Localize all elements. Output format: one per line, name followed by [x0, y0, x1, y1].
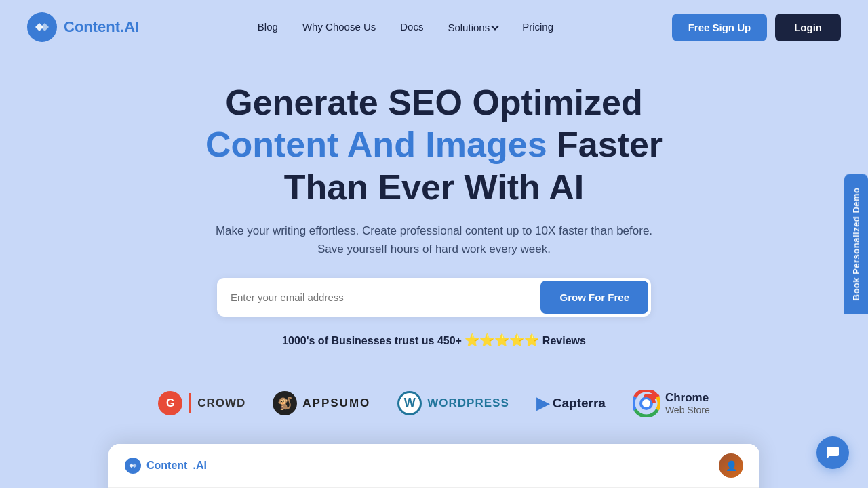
capterra-icon: ▶: [536, 394, 549, 413]
email-input[interactable]: [217, 278, 538, 317]
nav-solutions[interactable]: Solutions: [448, 22, 498, 33]
nav-why-choose-us[interactable]: Why Choose Us: [302, 21, 376, 33]
nav-links: Blog Why Choose Us Docs Solutions Pricin…: [258, 21, 553, 33]
dashboard-logo-icon: [125, 458, 141, 474]
wordpress-icon: W: [397, 391, 422, 415]
chrome-icon: [633, 390, 660, 417]
g2-divider: [189, 393, 191, 413]
hero-headline: Generate SEO Optimized Content And Image…: [163, 81, 705, 208]
dashboard-header: Content.AI 👤: [108, 444, 760, 488]
appsumo-logo: 🐒 APPSUMO: [273, 391, 370, 415]
email-form: Grow For Free: [217, 278, 651, 317]
g2-icon: G: [158, 391, 182, 415]
capterra-text: Capterra: [553, 396, 606, 411]
appsumo-text: APPSUMO: [302, 396, 370, 410]
star-rating: ⭐⭐⭐⭐⭐: [465, 333, 539, 347]
nav-blog[interactable]: Blog: [258, 21, 278, 33]
login-button[interactable]: Login: [775, 14, 841, 41]
free-signup-button[interactable]: Free Sign Up: [672, 14, 768, 41]
nav-docs[interactable]: Docs: [400, 21, 423, 33]
wordpress-logo: W WORDPRESS: [397, 391, 509, 415]
crowd-text: CROWD: [197, 396, 245, 410]
capterra-logo: ▶ Capterra: [536, 394, 606, 413]
svg-point-6: [642, 399, 650, 407]
nav-actions: Free Sign Up Login: [672, 14, 841, 41]
hero-section: Generate SEO Optimized Content And Image…: [0, 54, 868, 390]
navbar: Content.AI Blog Why Choose Us Docs Solut…: [0, 0, 868, 54]
partner-logos: G CROWD 🐒 APPSUMO W WORDPRESS ▶ Capterra: [0, 390, 868, 417]
chrome-text: Chrome Web Store: [665, 391, 710, 415]
user-avatar: 👤: [719, 453, 743, 478]
dashboard-logo: Content.AI: [125, 458, 207, 474]
wordpress-text: WORDPRESS: [427, 396, 509, 410]
chat-icon: [825, 445, 841, 461]
solutions-dropdown-icon: [491, 22, 498, 30]
g2-crowd-logo: G CROWD: [158, 391, 245, 415]
chat-button[interactable]: [816, 436, 849, 469]
logo[interactable]: Content.AI: [27, 12, 139, 42]
logo-icon: [27, 12, 57, 42]
hero-subtext: Make your writing effortless. Create pro…: [210, 222, 658, 258]
grow-for-free-button[interactable]: Grow For Free: [540, 281, 648, 314]
nav-pricing[interactable]: Pricing: [522, 21, 553, 33]
trust-badge: 1000's of Businesses trust us 450+ ⭐⭐⭐⭐⭐…: [14, 333, 854, 348]
chrome-web-store-logo: Chrome Web Store: [633, 390, 710, 417]
logo-text: Content.AI: [64, 18, 139, 36]
appsumo-icon: 🐒: [273, 391, 297, 415]
dashboard-preview: Content.AI 👤 ⊞ Dashboard 📁 Workspace Das…: [108, 444, 760, 488]
book-demo-tab[interactable]: Book Personalized Demo: [844, 174, 868, 314]
